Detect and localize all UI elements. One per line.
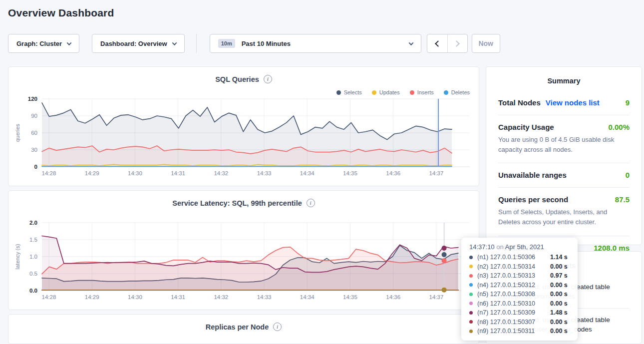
tooltip-node-label: (n9) 127.0.0.1:50311 <box>477 328 550 335</box>
chart-hover-tooltip: 14:37:10 on Apr 5th, 2021 (n1) 127.0.0.1… <box>461 238 578 341</box>
tooltip-node-value: 0.00 s <box>550 291 568 298</box>
tooltip-node-row: (n6) 127.0.0.1:503100.00 s <box>469 300 570 307</box>
info-icon[interactable]: i <box>307 199 315 207</box>
node-color-dot <box>469 302 473 305</box>
info-icon[interactable]: i <box>273 323 282 331</box>
summary-row: Unavailable ranges0 <box>498 163 630 188</box>
tooltip-node-label: (n7) 127.0.0.1:50309 <box>477 309 550 316</box>
sql-queries-chart[interactable]: 14:2814:2914:3014:3114:3214:3314:3414:35… <box>8 91 479 178</box>
tooltip-timestamp: 14:37:10 on Apr 5th, 2021 <box>469 243 570 251</box>
node-color-dot <box>469 256 473 259</box>
tooltip-node-label: (n4) 127.0.0.1:50312 <box>477 282 550 289</box>
svg-text:30: 30 <box>31 147 37 153</box>
svg-text:14:33: 14:33 <box>257 170 272 176</box>
svg-text:queries: queries <box>14 123 20 142</box>
svg-text:14:31: 14:31 <box>171 294 185 300</box>
svg-text:14:33: 14:33 <box>257 294 272 300</box>
svg-text:14:34: 14:34 <box>300 294 315 300</box>
tooltip-node-value: 0.00 s <box>550 328 568 335</box>
svg-text:14:28: 14:28 <box>42 170 56 176</box>
svg-text:14:29: 14:29 <box>85 170 99 176</box>
time-range-dropdown[interactable]: 10m Past 10 Minutes <box>210 34 421 53</box>
svg-text:0.0: 0.0 <box>29 288 37 294</box>
node-color-dot <box>469 293 473 296</box>
summary-label: Capacity Usage <box>498 123 554 131</box>
tooltip-node-row: (n3) 127.0.0.1:503130.97 s <box>469 272 570 279</box>
svg-text:90: 90 <box>31 113 37 119</box>
tooltip-node-value: 1.14 s <box>550 254 568 261</box>
tooltip-node-label: (n2) 127.0.0.1:50314 <box>477 263 550 270</box>
svg-text:14:32: 14:32 <box>214 170 228 176</box>
summary-value: 0.00% <box>608 123 630 131</box>
now-button-label: Now <box>478 39 493 47</box>
service-latency-chart[interactable]: 14:2814:2914:3014:3114:3214:3314:3414:35… <box>8 215 479 302</box>
summary-row: Total NodesView nodes list9 <box>498 91 630 115</box>
svg-text:0: 0 <box>34 164 37 170</box>
time-range-label: Past 10 Minutes <box>242 40 291 47</box>
chevron-down-icon <box>172 40 177 45</box>
graph-dropdown-label: Graph: Cluster <box>16 40 62 47</box>
sql-queries-panel: SQL Queries i SelectsUpdatesInsertsDelet… <box>8 66 479 186</box>
summary-row: Capacity Usage0.00%You are using 0 B of … <box>498 115 630 163</box>
svg-text:14:29: 14:29 <box>85 294 99 300</box>
svg-text:2.0: 2.0 <box>29 220 37 226</box>
summary-panel: Summary Total NodesView nodes list9Capac… <box>486 66 642 245</box>
chevron-down-icon <box>408 40 413 45</box>
summary-title: Summary <box>498 77 630 85</box>
node-color-dot <box>469 283 473 287</box>
sql-chart-title: SQL Queries <box>215 75 259 83</box>
info-icon[interactable]: i <box>264 75 272 83</box>
summary-label: Unavailable ranges <box>498 171 567 179</box>
svg-text:0.5: 0.5 <box>29 271 37 277</box>
tooltip-node-value: 0.00 s <box>550 263 568 270</box>
tooltip-node-label: (n8) 127.0.0.1:50307 <box>477 319 550 326</box>
tooltip-node-row: (n7) 127.0.0.1:503091.48 s <box>469 309 570 316</box>
tooltip-node-value: 0.97 s <box>550 272 568 279</box>
node-color-dot <box>469 330 473 333</box>
dashboard-dropdown[interactable]: Dashboard: Overview <box>92 34 185 53</box>
graph-dropdown[interactable]: Graph: Cluster <box>8 34 79 53</box>
charts-column: SQL Queries i SelectsUpdatesInsertsDelet… <box>8 66 479 344</box>
svg-text:14:32: 14:32 <box>214 294 228 300</box>
node-color-dot <box>469 274 473 278</box>
divider <box>196 34 197 53</box>
next-range-button[interactable] <box>447 34 467 52</box>
tooltip-node-row: (n2) 127.0.0.1:503140.00 s <box>469 263 570 270</box>
tooltip-node-label: (n5) 127.0.0.1:50308 <box>477 291 550 298</box>
svg-text:1.5: 1.5 <box>29 237 37 243</box>
summary-description: You are using 0 B of 4.5 GiB usable disk… <box>498 135 630 155</box>
tooltip-node-row: (n8) 127.0.0.1:503070.00 s <box>469 319 570 326</box>
summary-row: Queries per second87.5Sum of Selects, Up… <box>498 188 630 236</box>
tooltip-node-label: (n1) 127.0.0.1:50306 <box>477 254 550 261</box>
tooltip-node-value: 0.00 s <box>550 319 568 326</box>
now-button[interactable]: Now <box>472 34 500 53</box>
svg-text:14:30: 14:30 <box>128 294 142 300</box>
summary-label: Total Nodes <box>498 98 541 107</box>
previous-range-button[interactable] <box>427 34 447 52</box>
summary-label: Queries per second <box>498 195 568 204</box>
node-color-dot <box>469 265 473 268</box>
tooltip-node-value: 0.00 s <box>550 300 568 307</box>
summary-value: 0 <box>626 171 630 179</box>
time-range-badge: 10m <box>218 39 235 48</box>
svg-text:14:28: 14:28 <box>42 294 56 300</box>
tooltip-node-row: (n5) 127.0.0.1:503080.00 s <box>469 291 570 298</box>
latency-chart-title: Service Latency: SQL, 99th percentile <box>172 199 302 207</box>
svg-text:60: 60 <box>31 130 37 136</box>
chevron-left-icon <box>435 40 441 47</box>
page-title: Overview Dashboard <box>8 7 114 19</box>
summary-value: 1208.0 ms <box>594 244 630 252</box>
service-latency-panel: Service Latency: SQL, 99th percentile i … <box>8 190 479 310</box>
dashboard-dropdown-label: Dashboard: Overview <box>100 40 167 47</box>
view-nodes-link[interactable]: View nodes list <box>546 98 600 107</box>
svg-text:14:30: 14:30 <box>128 170 142 176</box>
svg-text:latency (s): latency (s) <box>14 244 20 270</box>
chevron-right-icon <box>453 40 460 47</box>
tooltip-node-value: 0.00 s <box>550 282 568 289</box>
summary-value: 87.5 <box>615 195 630 204</box>
tooltip-node-label: (n3) 127.0.0.1:50313 <box>477 272 550 279</box>
controls-bar: Graph: Cluster Dashboard: Overview 10m P… <box>8 34 500 53</box>
svg-text:14:35: 14:35 <box>343 294 357 300</box>
node-color-dot <box>469 320 473 324</box>
node-color-dot <box>469 311 473 315</box>
